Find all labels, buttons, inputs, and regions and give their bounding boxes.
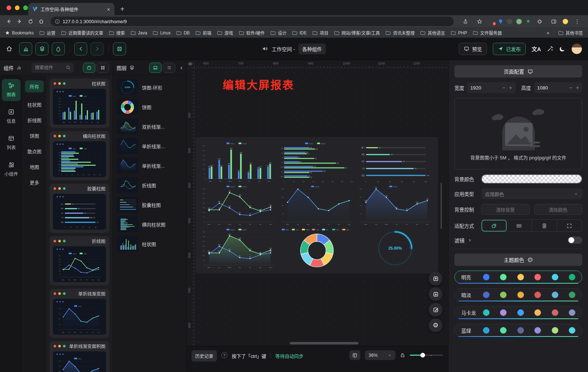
layout-panel-icon[interactable]	[349, 350, 360, 360]
theme-color-dot[interactable]	[500, 309, 507, 316]
browser-tab[interactable]: 工作空间-各种组件 ×	[28, 3, 114, 15]
theme-row[interactable]: 蓝绿	[454, 324, 582, 337]
bookmark-folder[interactable]: 软件/硬件	[239, 30, 265, 36]
back-icon[interactable]	[4, 17, 14, 26]
component-card[interactable]: 胶囊柱图 厦门20南阳40北京60上海80新疆100020406080100	[50, 184, 109, 233]
theme-color-dot[interactable]	[552, 274, 558, 280]
slider-knob[interactable]	[420, 353, 425, 358]
bookmark-folder[interactable]: IDE	[292, 30, 307, 35]
theme-color-header[interactable]: 主题颜色	[454, 254, 582, 266]
user-avatar[interactable]	[571, 43, 582, 54]
components-toggle-button[interactable]	[19, 42, 32, 55]
layer-item[interactable]: 饼图	[117, 99, 182, 115]
theme-color-dot[interactable]	[483, 327, 490, 334]
zoom-slider[interactable]	[410, 350, 443, 360]
view-grid-button[interactable]	[97, 63, 109, 73]
theme-color-dot[interactable]	[483, 274, 490, 280]
new-tab-button[interactable]: +	[120, 5, 125, 13]
horizontal-scrollbar[interactable]	[290, 342, 358, 344]
canvas-chart-widget[interactable]: data1data2050100150200250300350Mon120130…	[278, 141, 356, 183]
theme-color-dot[interactable]	[500, 274, 507, 280]
height-input[interactable]	[537, 85, 555, 91]
bookmark-folder[interactable]: Java	[131, 30, 147, 35]
extension-circle-green-icon[interactable]	[516, 19, 522, 24]
share-icon[interactable]	[460, 17, 470, 26]
export-icon[interactable]	[429, 287, 442, 301]
width-increment-button[interactable]: +	[509, 85, 512, 91]
chevron-right-icon[interactable]	[468, 238, 472, 242]
theme-color-dot[interactable]	[500, 327, 507, 334]
redo-button[interactable]	[91, 42, 104, 55]
canvas-chart-widget[interactable]: data1data2050100150200250300350120200150…	[200, 141, 277, 183]
bookmark-folder[interactable]: 搜索	[109, 30, 125, 36]
filter-toggle[interactable]	[568, 237, 582, 244]
theme-color-dot[interactable]	[500, 292, 507, 298]
page-config-header[interactable]: 页面配置	[454, 65, 582, 78]
edit-icon[interactable]	[429, 303, 442, 317]
workspace-name-badge[interactable]: 各种组件	[298, 43, 326, 54]
background-color-swatch[interactable]	[481, 174, 582, 184]
undo-button[interactable]	[74, 42, 87, 55]
bookmark-folder[interactable]: PHP	[451, 30, 467, 35]
width-decrement-button[interactable]: −	[502, 85, 505, 91]
layer-item[interactable]: 柱状图	[117, 236, 182, 252]
theme-color-dot[interactable]	[534, 274, 541, 280]
ruler-eye-icon[interactable]	[186, 60, 194, 68]
layer-item[interactable]: 单折线渐...	[117, 158, 182, 174]
translate-icon[interactable]: 文A	[532, 45, 541, 53]
layers-thumbnail-view-button[interactable]	[149, 63, 161, 73]
bookmark-folder[interactable]: DB	[176, 30, 190, 35]
forward-icon[interactable]	[14, 17, 25, 26]
fit-height-button[interactable]	[532, 220, 557, 231]
collapse-panel-icon[interactable]: ‹	[180, 64, 182, 71]
theme-color-dot[interactable]	[534, 327, 541, 334]
canvas-chart-widget[interactable]: data1050100150200MonTueWedThuFriSatSun	[278, 184, 356, 226]
big-screen-title-widget[interactable]: 编辑大屏报表	[223, 76, 294, 92]
canvas-chart-widget[interactable]: data1data2050100150200250300350120200150…	[200, 227, 277, 269]
theme-row[interactable]: 明亮	[454, 271, 582, 284]
preview-button[interactable]: 预览	[459, 43, 487, 55]
clear-color-button[interactable]: 清除颜色	[534, 204, 583, 215]
bookmark-folder[interactable]: 项目	[312, 30, 328, 36]
theme-color-dot[interactable]	[517, 327, 524, 334]
bookmark-folder[interactable]: Linux	[153, 30, 171, 35]
view-toolbox-button[interactable]	[83, 63, 95, 73]
save-button[interactable]	[113, 42, 126, 55]
theme-color-dot[interactable]	[534, 292, 541, 298]
sidebar-icon[interactable]	[549, 17, 559, 26]
bookmark-folder[interactable]: 运营	[39, 30, 55, 36]
rail-item-list[interactable]: 列表	[2, 132, 21, 154]
fit-scale-button[interactable]	[482, 220, 507, 231]
canvas-chart-widget[interactable]: 25.00%	[357, 227, 434, 269]
layer-item[interactable]: 25.00% 饼图-环形	[117, 79, 182, 95]
theme-color-dot[interactable]	[552, 309, 558, 316]
theme-color-dot[interactable]	[569, 292, 575, 298]
bookmark-folder[interactable]: 网站/博客/文章/工具	[334, 30, 380, 36]
apply-type-select[interactable]: 应用颜色	[481, 188, 582, 199]
extension-badge-icon[interactable]: 9	[488, 18, 494, 24]
theme-color-dot[interactable]	[483, 292, 490, 298]
bookmark-folder[interactable]: 设计	[270, 30, 286, 36]
layers-list-view-button[interactable]	[163, 63, 175, 73]
extensions-puzzle-icon[interactable]	[534, 17, 545, 26]
bookmark-folder[interactable]: 近期需要读的文章	[61, 30, 103, 36]
fit-width-button[interactable]	[507, 220, 532, 231]
theme-color-dot[interactable]	[483, 309, 490, 316]
bookmark-folder[interactable]: 前端	[196, 30, 211, 36]
browser-menu-icon[interactable]: ⋮	[572, 17, 582, 26]
canvas-chart-widget[interactable]: data1data2050100150200250300350120200150…	[200, 184, 277, 226]
url-bar[interactable]: 127.0.0.1:3000/#/chart/home/9	[51, 17, 454, 26]
canvas-chart-widget[interactable]: MonTueWedThuFriSatSun	[278, 227, 356, 269]
theme-color-dot[interactable]	[552, 292, 558, 298]
fit-stretch-button[interactable]	[557, 220, 582, 231]
bookmark-folder[interactable]: 游戏	[217, 30, 233, 36]
category-item[interactable]: 所有	[25, 80, 44, 92]
layer-item[interactable]: 单折线渐...	[117, 138, 182, 154]
theme-row[interactable]: 暗淡	[454, 288, 582, 301]
reload-icon[interactable]	[25, 17, 35, 26]
layer-item[interactable]: 胶囊柱图	[117, 197, 182, 213]
height-decrement-button[interactable]: −	[569, 85, 572, 91]
bookmark-folder[interactable]: 资讯未整理	[386, 30, 415, 36]
minimize-window-button[interactable]	[15, 5, 20, 10]
tab-close-icon[interactable]: ×	[107, 7, 110, 12]
